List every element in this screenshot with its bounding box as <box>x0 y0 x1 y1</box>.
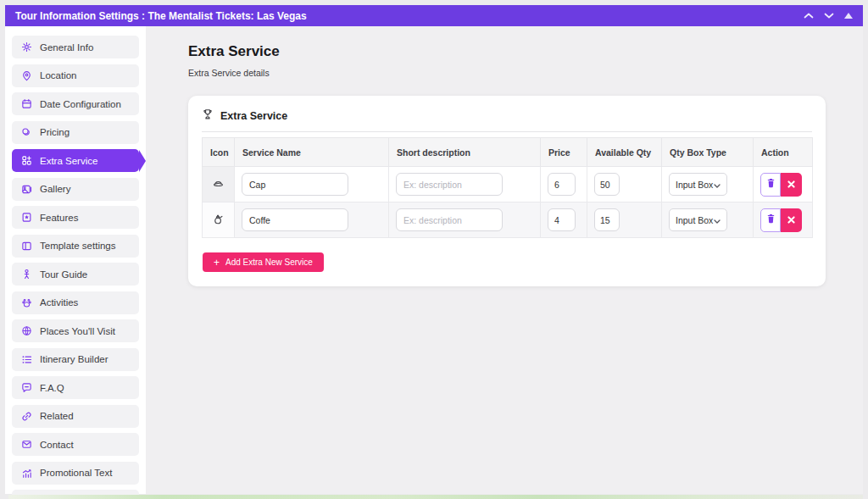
sidebar-item-label: Contact <box>40 440 74 450</box>
col-header-short-description: Short description <box>389 138 541 167</box>
window-title: Tour Information Settings : The Mentalis… <box>15 10 307 22</box>
grid-plus-icon <box>20 155 32 167</box>
settings-sidebar: General Info Location Date Configuration… <box>5 26 146 494</box>
promo-chart-icon <box>20 467 32 479</box>
location-pin-icon <box>20 69 32 81</box>
qty-box-type-select[interactable]: Input Box <box>669 208 727 231</box>
x-icon <box>787 178 795 191</box>
sidebar-item-itinerary-builder[interactable]: Itinerary Builder <box>12 348 139 371</box>
sidebar-item-related[interactable]: Related <box>12 405 139 428</box>
service-name-input[interactable] <box>242 208 348 231</box>
badge-icon <box>20 212 32 224</box>
sidebar-item-label: Related <box>40 411 74 421</box>
sidebar-item-date-configuration[interactable]: Date Configuration <box>12 92 139 115</box>
globe-icon <box>20 325 32 337</box>
envelope-icon <box>20 439 32 451</box>
chevron-down-icon <box>714 180 721 190</box>
remove-button[interactable] <box>781 173 802 197</box>
person-icon <box>20 269 32 280</box>
sidebar-item-faq[interactable]: F.A.Q <box>12 376 139 399</box>
available-qty-input[interactable] <box>594 208 620 231</box>
qty-box-type-select[interactable]: Input Box <box>669 173 727 196</box>
sidebar-item-label: Features <box>40 213 78 223</box>
delete-button[interactable] <box>760 208 781 232</box>
col-header-service-name: Service Name <box>235 138 389 167</box>
sidebar-item-label: Places You'll Visit <box>40 326 115 336</box>
sidebar-item-label: Template settings <box>40 241 116 251</box>
card-title: Extra Service <box>220 110 287 122</box>
sidebar-item-location[interactable]: Location <box>12 64 139 87</box>
scroll-top-triangle-icon[interactable] <box>844 13 853 19</box>
layout-icon <box>20 240 32 252</box>
sidebar-item-promotional-text[interactable]: Promotional Text <box>12 462 139 485</box>
short-description-input[interactable] <box>396 173 503 196</box>
gallery-icon <box>20 183 32 195</box>
service-name-input[interactable] <box>242 173 348 196</box>
underlying-page-edge <box>8 495 863 499</box>
sidebar-item-contact[interactable]: Contact <box>12 433 139 456</box>
add-extra-service-label: Add Extra New Service <box>225 258 313 267</box>
sidebar-item-gallery[interactable]: Gallery <box>12 178 139 201</box>
sidebar-item-label: Extra Service <box>40 156 97 166</box>
short-description-input[interactable] <box>396 208 503 231</box>
sidebar-item-general-info[interactable]: General Info <box>12 36 139 58</box>
sidebar-item-tour-guide[interactable]: Tour Guide <box>12 263 139 286</box>
chevron-down-icon <box>714 215 721 225</box>
sidebar-item-label: Promotional Text <box>40 468 112 478</box>
sidebar-item-places-youll-visit[interactable]: Places You'll Visit <box>12 319 139 342</box>
plus-icon: + <box>214 258 220 268</box>
page-title: Extra Service <box>188 43 280 60</box>
sidebar-item-extra-service[interactable]: Extra Service <box>12 149 139 172</box>
col-header-price: Price <box>541 138 587 167</box>
chevron-down-icon[interactable] <box>824 13 834 19</box>
price-input[interactable] <box>548 173 576 196</box>
sidebar-item-label: Gallery <box>40 184 70 194</box>
gear-icon <box>20 42 32 53</box>
sidebar-item-label: Date Configuration <box>40 99 121 109</box>
sidebar-item-label: General Info <box>40 42 93 53</box>
sidebar-item-features[interactable]: Features <box>12 206 139 229</box>
sidebar-item-activities[interactable]: Activities <box>12 291 139 314</box>
coffee-pot-icon <box>212 217 225 227</box>
col-header-qty-box-type: Qty Box Type <box>662 138 754 167</box>
extra-service-table: Icon Service Name Short description Pric… <box>202 137 813 238</box>
price-input[interactable] <box>548 208 576 231</box>
link-icon <box>20 410 32 422</box>
col-header-action: Action <box>754 138 813 167</box>
sidebar-item-label: Location <box>40 70 76 80</box>
sidebar-item-label: Tour Guide <box>40 269 87 280</box>
sidebar-item-label: Itinerary Builder <box>40 354 108 364</box>
add-extra-service-button[interactable]: + Add Extra New Service <box>203 252 324 272</box>
trash-icon <box>766 213 776 226</box>
coins-icon <box>20 126 32 138</box>
col-header-icon: Icon <box>203 138 235 167</box>
col-header-available-qty: Available Qty <box>587 138 662 167</box>
extra-service-card: Extra Service Icon Service Name Short de… <box>188 96 826 286</box>
remove-button[interactable] <box>781 208 802 232</box>
chat-icon <box>20 382 32 394</box>
trophy-icon <box>202 108 214 123</box>
cap-icon <box>212 181 225 191</box>
delete-button[interactable] <box>760 173 781 197</box>
calendar-icon <box>20 98 32 110</box>
sidebar-item-label: F.A.Q <box>40 383 64 393</box>
available-qty-input[interactable] <box>594 173 620 196</box>
table-row: Input Box <box>203 202 813 238</box>
sidebar-item-template-settings[interactable]: Template settings <box>12 235 139 258</box>
chevron-up-icon[interactable] <box>804 13 814 19</box>
list-icon <box>20 353 32 365</box>
trash-icon <box>766 178 776 191</box>
sidebar-item-pricing[interactable]: Pricing <box>12 121 139 144</box>
page-subtitle: Extra Service details <box>188 68 270 78</box>
card-divider <box>202 131 812 132</box>
table-row: Input Box <box>203 167 813 202</box>
x-icon <box>787 213 795 226</box>
table-header-row: Icon Service Name Short description Pric… <box>203 138 813 167</box>
window-titlebar: Tour Information Settings : The Mentalis… <box>5 5 863 26</box>
sidebar-item-label: Activities <box>40 297 78 308</box>
content-area: Extra Service Extra Service details Extr… <box>146 26 863 494</box>
sidebar-item-label: Pricing <box>40 127 70 137</box>
paw-icon <box>20 297 32 308</box>
card-header: Extra Service <box>188 96 826 131</box>
